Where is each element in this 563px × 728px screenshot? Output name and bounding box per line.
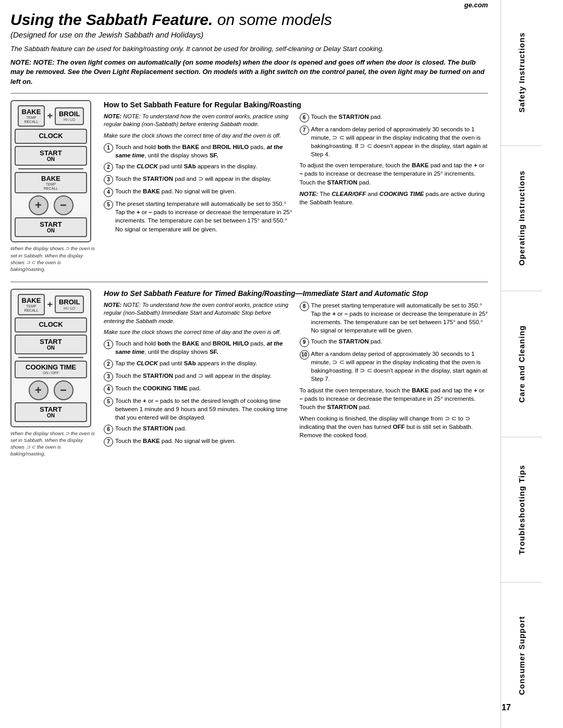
- step-2-6: 6 Touch the START/ON pad.: [104, 424, 292, 434]
- step-2-10: 10 After a random delay period of approx…: [300, 350, 488, 383]
- page-number: 17: [501, 703, 511, 712]
- bake-sub1-1b: TEMP: [19, 182, 83, 187]
- section1-left: BAKE TEMP RECALL + BROIL HI / LO CLOCK: [10, 100, 96, 273]
- top-buttons-1: BAKE TEMP RECALL + BROIL HI / LO: [15, 105, 87, 127]
- right-col-para2-2: When cooking is finished, the display wi…: [300, 414, 488, 439]
- clock-button-2[interactable]: CLOCK: [15, 317, 87, 332]
- section2: BAKE TEMP RECALL + BROIL HI / LO CLOCK: [10, 289, 488, 458]
- broil-button-1[interactable]: BROIL HI / LO: [55, 107, 84, 125]
- step-2-5: 5 Touch the + or – pads to set the desir…: [104, 397, 292, 422]
- clock-button-1[interactable]: CLOCK: [15, 129, 87, 143]
- start-button-1[interactable]: START ON: [15, 146, 87, 166]
- start-button-2b[interactable]: START ON: [15, 402, 87, 422]
- note-italic-1-text: NOTE: To understand how the oven control…: [104, 113, 288, 127]
- cooking-time-label: COOKING TIME: [19, 364, 83, 371]
- title-main: Using the Sabbath Feature.: [10, 11, 213, 28]
- start-button-2[interactable]: START ON: [15, 335, 87, 354]
- step-1-5: 5 The preset starting temperature will a…: [104, 200, 292, 233]
- step-1-4: 4 Touch the BAKE pad. No signal will be …: [104, 187, 292, 197]
- minus-circle-1[interactable]: −: [54, 195, 74, 215]
- minus-circle-2[interactable]: −: [54, 380, 74, 400]
- start-label-1b: START: [21, 221, 81, 228]
- bake-label-1b: BAKE: [19, 175, 83, 182]
- bake-sub2-1b: RECALL: [19, 187, 83, 191]
- step-1-3: 3 Touch the START/ON pad and ⊃ will appe…: [104, 175, 292, 184]
- bake-sub2-2: RECALL: [22, 309, 41, 313]
- bake-sub1-1: TEMP: [22, 116, 41, 120]
- instructions-right-1: 6 Touch the START/ON pad. 7 After a rand…: [300, 113, 488, 236]
- bake-button-2[interactable]: BAKE TEMP RECALL: [18, 294, 45, 316]
- subtitle: (Designed for use on the Jewish Sabbath …: [10, 30, 488, 39]
- instructions-left-1: NOTE: NOTE: To understand how the oven c…: [104, 113, 292, 236]
- plus-circle-1[interactable]: +: [29, 195, 48, 215]
- sidebar-section-troubleshooting[interactable]: Troubleshooting Tips: [501, 437, 542, 583]
- sidebar-section-operating[interactable]: Operating Instructions: [501, 146, 542, 292]
- plus-sign-2: +: [47, 299, 53, 310]
- bake-sub1-2: TEMP: [22, 304, 41, 309]
- top-buttons-2: BAKE TEMP RECALL + BROIL HI / LO: [15, 294, 87, 316]
- sidebar-section-safety[interactable]: Safety Instructions: [501, 0, 542, 146]
- note-italic-1b-text: Make sure the clock shows the correct ti…: [104, 132, 281, 139]
- step-2-7: 7 Touch the BAKE pad. No signal will be …: [104, 437, 292, 447]
- on-label-1: ON: [21, 156, 81, 162]
- bake-sub2-1: RECALL: [22, 120, 41, 124]
- section1-heading: How to Set Sabbath Feature for Regular B…: [104, 100, 488, 109]
- broil-button-2[interactable]: BROIL HI / LO: [55, 295, 84, 313]
- bake-button-1[interactable]: BAKE TEMP RECALL: [18, 105, 45, 127]
- broil-label-2: BROIL: [59, 299, 80, 306]
- broil-label-1: BROIL: [59, 110, 80, 118]
- intro-note1: The Sabbath feature can be used for baki…: [10, 44, 488, 54]
- section2-right: How to Set Sabbath Feature for Timed Bak…: [104, 289, 488, 458]
- step-2-1: 1 Touch and hold both the BAKE and BROIL…: [104, 339, 292, 356]
- plus-circle-2[interactable]: +: [29, 380, 48, 400]
- start-label-2b: START: [21, 406, 81, 413]
- clock-label-2: CLOCK: [21, 321, 81, 328]
- step-1-1: 1 Touch and hold both the BAKE and BROIL…: [104, 143, 292, 159]
- note-italic-2b-text: Make sure the clock shows the correct ti…: [104, 329, 281, 335]
- right-col-para1-2: To adjust the oven temperature, touch th…: [300, 386, 488, 411]
- step-1-2: 2 Tap the CLOCK pad until SAb appears in…: [104, 162, 292, 172]
- sidebar-label-troubleshooting: Troubleshooting Tips: [517, 465, 526, 554]
- section-divider-1: [10, 93, 488, 94]
- sidebar-section-care[interactable]: Care and Cleaning: [501, 291, 542, 437]
- step-2-8: 8 The preset starting temperature will a…: [300, 301, 488, 335]
- note-italic-1: NOTE: NOTE: To understand how the oven c…: [104, 113, 292, 129]
- step-2-4: 4 Touch the COOKING TIME pad.: [104, 384, 292, 394]
- step-2-9: 9 Touch the START/ON pad.: [300, 337, 488, 347]
- section2-heading: How to Set Sabbath Feature for Timed Bak…: [104, 289, 488, 298]
- broil-sub-2: HI / LO: [59, 306, 80, 311]
- on-label-2b: ON: [21, 413, 81, 418]
- plus-minus-row-2: + −: [15, 380, 87, 400]
- on-off-label: ON / OFF: [19, 371, 83, 375]
- start-button-1b[interactable]: START ON: [15, 217, 87, 237]
- instructions-left-2: NOTE: NOTE: To understand how the oven c…: [104, 301, 292, 449]
- bake-label-2: BAKE: [22, 297, 41, 304]
- title-sub: on some models: [213, 11, 332, 28]
- panel-caption-2: When the display shows ⊃ the oven is set…: [10, 430, 96, 458]
- sidebar-label-operating: Operating Instructions: [517, 170, 526, 266]
- instructions-right-2: 8 The preset starting temperature will a…: [300, 301, 488, 449]
- intro-note2: NOTE: NOTE: The oven light comes on auto…: [10, 58, 488, 87]
- cooking-time-button[interactable]: COOKING TIME ON / OFF: [15, 361, 87, 378]
- section1-right: How to Set Sabbath Feature for Regular B…: [104, 100, 488, 273]
- page-header: Using the Sabbath Feature. on some model…: [10, 10, 488, 39]
- step-1-7: 7 After a random delay period of approxi…: [300, 125, 488, 158]
- plus-minus-row-1: + −: [15, 195, 87, 215]
- right-col-para1-1: To adjust the oven temperature, touch th…: [300, 161, 488, 186]
- sidebar-label-safety: Safety Instructions: [517, 32, 526, 113]
- right-col-note1: NOTE: The CLEAR/OFF and COOKING TIME pad…: [300, 190, 488, 206]
- note-italic-2b: Make sure the clock shows the correct ti…: [104, 328, 292, 336]
- start-label-2: START: [21, 338, 81, 345]
- step-2-2: 2 Tap the CLOCK pad until SAb appears in…: [104, 359, 292, 369]
- divider-1: [18, 168, 83, 169]
- section2-left: BAKE TEMP RECALL + BROIL HI / LO CLOCK: [10, 289, 96, 458]
- note-italic-1b: Make sure the clock shows the correct ti…: [104, 132, 292, 140]
- sidebar-label-care: Care and Cleaning: [517, 325, 526, 403]
- note-italic-2: NOTE: NOTE: To understand how the oven c…: [104, 301, 292, 325]
- instructions-columns-1: NOTE: NOTE: To understand how the oven c…: [104, 113, 488, 236]
- step-2-3: 3 Touch the START/ON pad and ⊃ will appe…: [104, 372, 292, 381]
- control-panel-2: BAKE TEMP RECALL + BROIL HI / LO CLOCK: [10, 289, 91, 427]
- bake-button-1b[interactable]: BAKE TEMP RECALL: [15, 172, 87, 194]
- panel-caption-1: When the display shows ⊃ the oven is set…: [10, 245, 96, 273]
- ge-com-label: ge.com: [464, 1, 488, 9]
